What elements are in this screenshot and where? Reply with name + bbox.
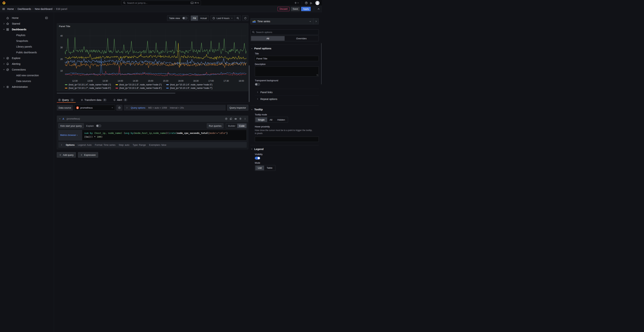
legend-header[interactable]: Legend bbox=[250, 145, 319, 151]
tooltip-all[interactable]: All bbox=[267, 117, 275, 122]
legend-item[interactable]: {host_ip="10.10.1.8", node_name="node-6"… bbox=[116, 87, 162, 89]
news-button[interactable] bbox=[309, 0, 314, 6]
panel-options-header[interactable]: Panel options bbox=[250, 45, 319, 51]
legend-item[interactable]: {host_ip="10.10.1.4", node_name="node-1"… bbox=[65, 83, 111, 86]
legend-section: Legend Visibility Mode List Table bbox=[250, 145, 319, 166]
code-option[interactable]: Code bbox=[237, 124, 246, 128]
datasource-help-button[interactable] bbox=[116, 105, 122, 111]
sidebar-item-home[interactable]: Home bbox=[0, 15, 54, 21]
tab-query[interactable]: Query 1 bbox=[57, 97, 76, 103]
panel-links-collapsible[interactable]: Panel links bbox=[255, 89, 319, 95]
datasource-picker[interactable]: prometheus bbox=[74, 105, 115, 111]
trash-icon[interactable] bbox=[239, 118, 242, 120]
actual-option[interactable]: Actual bbox=[198, 16, 209, 21]
title-input[interactable]: Panel Title bbox=[255, 56, 319, 61]
eye-icon[interactable] bbox=[234, 118, 237, 120]
legend-mode-list[interactable]: List bbox=[255, 166, 264, 166]
query-inspector-button[interactable]: Query inspector bbox=[227, 105, 248, 111]
query-options-collapsed[interactable]: Options Legend: Auto Format: Time series… bbox=[58, 142, 247, 148]
horizontal-scrollbar[interactable] bbox=[57, 93, 176, 94]
save-button[interactable]: Save bbox=[291, 7, 300, 11]
user-avatar[interactable] bbox=[315, 1, 320, 5]
drag-handle-icon[interactable] bbox=[244, 118, 246, 120]
breadcrumb-home[interactable]: Home bbox=[7, 7, 14, 10]
fill-option[interactable]: Fill bbox=[191, 16, 198, 21]
repeat-options-collapsible[interactable]: Repeat options bbox=[255, 95, 319, 102]
duplicate-icon[interactable] bbox=[230, 118, 232, 120]
explain-toggle[interactable] bbox=[96, 124, 101, 127]
add-query-button[interactable]: Add query bbox=[57, 152, 76, 158]
tooltip-single[interactable]: Single bbox=[255, 117, 267, 122]
add-button[interactable] bbox=[293, 0, 300, 6]
query-help-icon[interactable] bbox=[225, 118, 228, 120]
kick-start-button[interactable]: Kick start your query bbox=[58, 123, 84, 128]
legend-item[interactable]: {host_ip="10.10.1.6", node_name="node-3"… bbox=[166, 83, 212, 86]
dock-menu-icon[interactable] bbox=[45, 16, 48, 19]
legend-mode-label: Mode bbox=[255, 162, 319, 164]
promql-token: } bbox=[226, 132, 228, 134]
options-search-input[interactable]: Search options bbox=[250, 29, 319, 35]
viz-pane-expand-button[interactable] bbox=[313, 18, 318, 24]
transparent-bg-toggle[interactable] bbox=[255, 83, 260, 86]
sidebar-item-public-dashboards[interactable]: Public dashboards bbox=[0, 49, 54, 55]
sidebar-item-dashboards[interactable]: Dashboards bbox=[0, 26, 54, 32]
query-row-header[interactable]: A (prometheus) bbox=[57, 116, 248, 122]
sidebar-item-administration[interactable]: Administration bbox=[0, 84, 54, 90]
sidebar-item-data-sources[interactable]: Data sources bbox=[0, 78, 54, 84]
legend-item[interactable]: {host_ip="10.10.1.9", node_name="node-7"… bbox=[166, 87, 212, 89]
builder-option[interactable]: Builder bbox=[226, 124, 237, 128]
breadcrumb-new-dashboard[interactable]: New dashboard bbox=[35, 7, 52, 10]
legend-item[interactable]: {host_ip="10.10.1.7", node_name="node-5"… bbox=[65, 87, 111, 89]
tab-transform-data[interactable]: Transform data 0 bbox=[79, 97, 108, 103]
query-options-bar[interactable]: Query options MD = auto = 1059 Interval … bbox=[124, 105, 226, 111]
sidebar-item-playlists[interactable]: Playlists bbox=[0, 32, 54, 38]
refresh-button[interactable] bbox=[242, 16, 248, 21]
options-step: Step: auto bbox=[119, 144, 130, 146]
tab-all[interactable]: All bbox=[251, 36, 284, 41]
menu-icon[interactable] bbox=[2, 7, 5, 10]
zoom-out-button[interactable] bbox=[235, 16, 240, 21]
expression-button[interactable]: Expression bbox=[78, 152, 98, 158]
chevron-down-icon bbox=[59, 118, 61, 120]
rss-icon bbox=[310, 1, 313, 4]
options-pane-scrollbar[interactable] bbox=[321, 43, 322, 84]
breadcrumb-dashboards[interactable]: Dashboards bbox=[18, 7, 31, 10]
sidebar-item-explore[interactable]: Explore bbox=[0, 55, 54, 61]
tooltip-header[interactable]: Tooltip bbox=[250, 106, 319, 112]
time-series-plot[interactable]: 10203040 bbox=[57, 29, 248, 79]
legend-item[interactable]: {host_ip="10.10.1.5", node_name="node-2"… bbox=[116, 83, 162, 86]
sidebar-item-add-new-connection[interactable]: Add new connection bbox=[0, 72, 54, 78]
sidebar-item-snapshots[interactable]: Snapshots bbox=[0, 38, 54, 44]
legend-mode-table[interactable]: Table bbox=[264, 166, 275, 166]
global-search-input[interactable]: Search or jump to... ⌘+k bbox=[121, 0, 201, 5]
table-view-toggle[interactable] bbox=[182, 17, 188, 19]
tab-overrides[interactable]: Overrides bbox=[284, 36, 318, 41]
tab-alert[interactable]: Alert 0 bbox=[112, 97, 129, 103]
metrics-browser-link[interactable]: Metrics browser› bbox=[58, 130, 82, 141]
run-queries-button[interactable]: Run queries bbox=[207, 123, 223, 128]
sidebar-item-connections[interactable]: Connections bbox=[0, 67, 54, 72]
sidebar-item-library-panels[interactable]: Library panels bbox=[0, 44, 54, 49]
apply-button[interactable]: Apply bbox=[301, 7, 311, 11]
hover-proximity-input[interactable] bbox=[255, 137, 319, 142]
visualization-picker[interactable]: Time series bbox=[250, 18, 319, 24]
time-range-picker[interactable]: Last 6 hours bbox=[210, 17, 235, 19]
sidebar-item-label: Home bbox=[12, 16, 18, 19]
sidebar-item-alerting[interactable]: Alerting bbox=[0, 61, 54, 67]
panel-title[interactable]: Panel Title bbox=[57, 23, 248, 29]
options-search-placeholder: Search options bbox=[256, 31, 272, 33]
nav-mega-menu: HomeStarredDashboardsPlaylistsSnapshotsL… bbox=[0, 12, 54, 166]
legend-visibility-toggle[interactable] bbox=[255, 157, 260, 160]
description-textarea[interactable] bbox=[255, 66, 319, 76]
sidebar-item-starred[interactable]: Starred bbox=[0, 21, 54, 26]
legend-series-label: {host_ip="10.10.1.9", node_name="node-7"… bbox=[170, 87, 212, 89]
discard-button[interactable]: Discard bbox=[278, 7, 290, 11]
tooltip-hidden[interactable]: Hidden bbox=[275, 117, 288, 122]
grafana-logo-icon[interactable] bbox=[2, 1, 6, 5]
help-button[interactable] bbox=[304, 0, 309, 6]
promql-code-input[interactable]: sum by (host_ip, node_name) (avg by(mode… bbox=[82, 130, 247, 141]
main-vertical-scrollbar[interactable] bbox=[249, 65, 250, 102]
x-tick-label: 16:00 bbox=[178, 80, 184, 82]
chevron-up-icon[interactable] bbox=[317, 8, 320, 10]
timeseries-viz-icon bbox=[252, 20, 256, 23]
